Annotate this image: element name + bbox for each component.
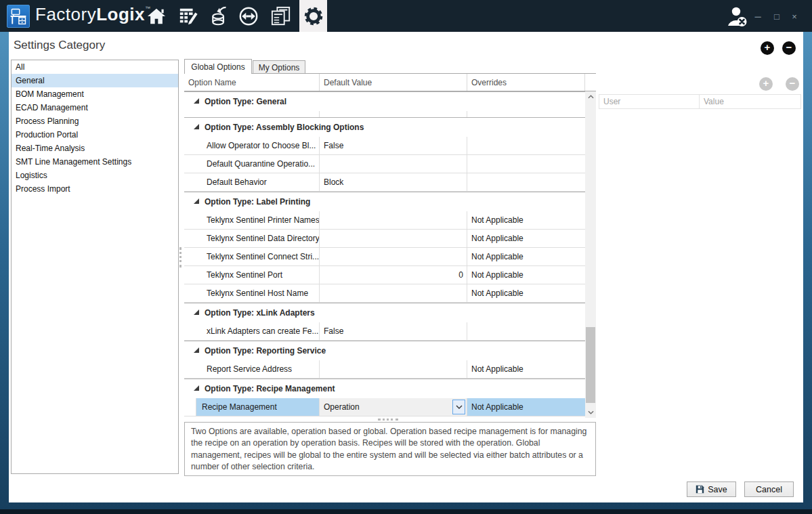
option-overrides: Not Applicable — [467, 211, 585, 230]
scroll-up-icon[interactable] — [585, 91, 596, 102]
data-transfer-icon[interactable] — [238, 6, 259, 26]
column-header-default-value[interactable]: Default Value — [320, 74, 467, 91]
option-name[interactable]: Teklynx Sentinel Connect Stri... — [184, 248, 320, 266]
option-group-header[interactable]: Option Type: General — [184, 91, 585, 111]
maximize-button[interactable]: □ — [769, 9, 784, 24]
reports-icon[interactable] — [270, 6, 293, 26]
option-row[interactable]: Default BehaviorBlock — [184, 173, 585, 192]
table-scrollbar[interactable] — [585, 91, 596, 418]
option-name[interactable]: Teklynx Sentinel Printer Names — [184, 211, 320, 230]
overrides-panel-header: User Value — [599, 94, 801, 109]
app-logo-icon[interactable] — [7, 5, 30, 28]
option-row[interactable]: Report Service AddressNot Applicable — [184, 360, 585, 379]
option-name[interactable]: Teklynx Sentinel Host Name — [184, 284, 320, 303]
home-icon[interactable] — [146, 6, 167, 26]
option-row[interactable]: Teklynx Sentinel Printer NamesNot Applic… — [184, 211, 585, 230]
option-overrides: Not Applicable — [467, 398, 585, 416]
option-description: Two Options are available, operation bas… — [184, 422, 596, 476]
sidebar-item-general[interactable]: General — [12, 74, 178, 87]
group-label: Option Type: Recipe Management — [205, 384, 335, 393]
option-name[interactable]: Recipe Management — [196, 398, 320, 416]
option-row[interactable]: Teklynx Sentinel Host NameNot Applicable — [184, 284, 585, 303]
horizontal-splitter[interactable] — [378, 419, 398, 421]
user-logout-icon[interactable] — [725, 6, 748, 27]
settings-gear-icon[interactable] — [299, 0, 327, 32]
collapse-triangle-icon[interactable] — [194, 98, 199, 104]
cancel-label: Cancel — [756, 485, 782, 494]
tab-my-options[interactable]: My Options — [253, 60, 305, 74]
sidebar-item-all[interactable]: All — [12, 60, 178, 74]
collapse-triangle-icon[interactable] — [194, 124, 199, 129]
chevron-down-icon[interactable] — [452, 400, 465, 414]
option-name[interactable]: Default Behavior — [184, 173, 320, 192]
sidebar-item-process-planning[interactable]: Process Planning — [12, 114, 178, 128]
sidebar-item-ecad-management[interactable]: ECAD Management — [12, 101, 178, 114]
option-value[interactable] — [320, 230, 467, 248]
sidebar-item-process-import[interactable]: Process Import — [12, 182, 178, 196]
option-group-header[interactable]: Option Type: Assembly Blocking Options — [184, 117, 585, 137]
column-header-overrides[interactable]: Overrides — [467, 74, 585, 91]
save-button[interactable]: Save — [687, 481, 736, 497]
close-button[interactable]: × — [787, 9, 802, 24]
option-overrides: Not Applicable — [467, 284, 585, 303]
option-overrides — [467, 322, 585, 341]
collapse-triangle-icon[interactable] — [194, 198, 199, 204]
vertical-splitter[interactable] — [179, 247, 181, 267]
option-overrides — [467, 173, 585, 192]
option-name[interactable]: Report Service Address — [184, 360, 320, 379]
sidebar-item-smt-line-management-settings[interactable]: SMT Line Management Settings — [12, 155, 178, 169]
option-value[interactable]: 0 — [320, 266, 467, 284]
sidebar-item-real-time-analysis[interactable]: Real-Time Analysis — [12, 142, 178, 155]
remove-category-minus-icon[interactable]: − — [782, 41, 796, 55]
option-value[interactable]: False — [320, 322, 467, 341]
add-category-plus-icon[interactable]: + — [761, 41, 774, 55]
option-value[interactable] — [320, 360, 467, 379]
option-name[interactable]: Allow Operator to Choose Bl... — [184, 137, 320, 155]
option-group-header[interactable]: Option Type: Reporting Service — [184, 341, 585, 360]
tab-global-options[interactable]: Global Options — [184, 59, 252, 74]
option-value[interactable] — [320, 155, 467, 173]
remove-override-minus-icon[interactable]: − — [786, 77, 799, 91]
option-row[interactable]: Allow Operator to Choose Bl...False — [184, 137, 585, 155]
option-group-header[interactable]: Option Type: Label Printing — [184, 192, 585, 211]
option-name[interactable]: Default Quarantine Operatio... — [184, 155, 320, 173]
option-name[interactable]: Teklynx Sentinel Port — [184, 266, 320, 284]
column-header-user[interactable]: User — [599, 95, 700, 108]
sidebar-item-bom-management[interactable]: BOM Management — [12, 87, 178, 101]
column-header-option-name[interactable]: Option Name — [184, 74, 320, 91]
cancel-button[interactable]: Cancel — [744, 481, 794, 497]
collapse-triangle-icon[interactable] — [194, 309, 199, 315]
option-value[interactable]: False — [320, 137, 467, 155]
materials-icon[interactable] — [209, 6, 229, 26]
scroll-down-icon[interactable] — [585, 407, 596, 418]
sidebar-item-production-portal[interactable]: Production Portal — [12, 128, 178, 142]
option-row[interactable]: Default Quarantine Operatio... — [184, 155, 585, 173]
option-row[interactable]: Teklynx Sentinel Connect Stri...Not Appl… — [184, 248, 585, 266]
option-group-header[interactable]: Option Type: Recipe Management — [184, 379, 585, 398]
option-value[interactable] — [320, 248, 467, 266]
save-label: Save — [708, 485, 727, 494]
column-header-value[interactable]: Value — [700, 95, 800, 108]
minimize-button[interactable]: ─ — [750, 9, 765, 24]
option-name[interactable]: Teklynx Sentinel Data Directory — [184, 230, 320, 248]
option-overrides: Not Applicable — [467, 230, 585, 248]
scrollbar-thumb[interactable] — [586, 327, 595, 403]
option-value[interactable] — [320, 211, 467, 230]
option-value-dropdown[interactable]: Operation — [320, 398, 467, 416]
option-row-selected[interactable]: Recipe ManagementOperationNot Applicable — [184, 398, 585, 416]
process-plan-icon[interactable] — [178, 6, 198, 26]
option-value[interactable] — [320, 284, 467, 303]
options-table-rows: Option Type: GeneralOption Type: Assembl… — [184, 91, 585, 418]
options-table-header: Option Name Default Value Overrides — [184, 73, 596, 91]
option-value[interactable]: Block — [320, 173, 467, 192]
option-row[interactable]: xLink Adapters can create Fe...False — [184, 322, 585, 341]
collapse-triangle-icon[interactable] — [194, 347, 199, 353]
option-name[interactable]: xLink Adapters can create Fe... — [184, 322, 320, 341]
collapse-triangle-icon[interactable] — [194, 385, 199, 391]
option-row[interactable]: Teklynx Sentinel Port0Not Applicable — [184, 266, 585, 284]
option-row[interactable]: Teklynx Sentinel Data DirectoryNot Appli… — [184, 230, 585, 248]
add-override-plus-icon[interactable]: + — [759, 77, 773, 91]
option-group-header[interactable]: Option Type: xLink Adapters — [184, 303, 585, 322]
sidebar-item-logistics[interactable]: Logistics — [12, 169, 178, 182]
group-label: Option Type: xLink Adapters — [205, 308, 315, 318]
